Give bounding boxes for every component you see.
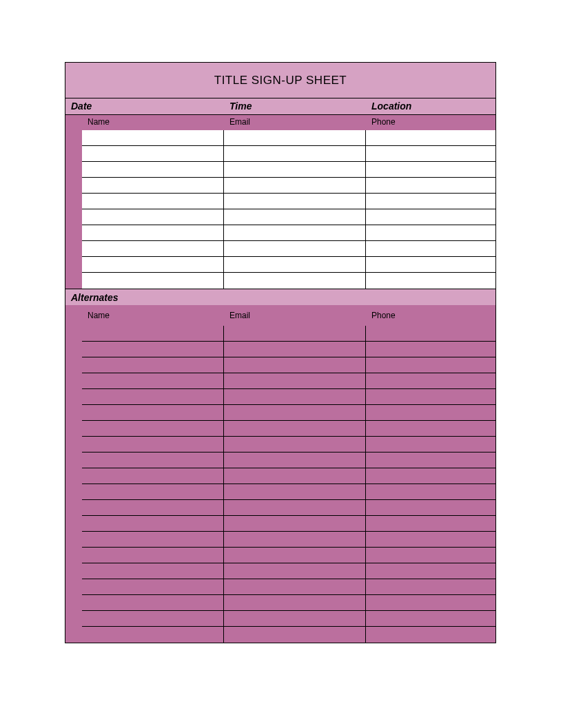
table-cell[interactable] (224, 468, 366, 483)
table-cell[interactable] (224, 342, 366, 357)
table-row[interactable] (82, 389, 495, 405)
table-cell[interactable] (366, 209, 495, 225)
table-row[interactable] (82, 405, 495, 421)
table-cell[interactable] (82, 595, 224, 610)
table-cell[interactable] (366, 563, 495, 579)
table-cell[interactable] (82, 453, 224, 468)
table-cell[interactable] (82, 241, 224, 256)
table-row[interactable] (82, 273, 495, 289)
table-cell[interactable] (366, 257, 495, 272)
table-row[interactable] (82, 579, 495, 595)
table-row[interactable] (82, 194, 495, 209)
table-row[interactable] (82, 225, 495, 241)
table-row[interactable] (82, 500, 495, 516)
table-cell[interactable] (82, 405, 224, 420)
table-row[interactable] (82, 209, 495, 225)
table-row[interactable] (82, 548, 495, 563)
table-cell[interactable] (82, 373, 224, 388)
table-cell[interactable] (82, 500, 224, 515)
table-cell[interactable] (366, 579, 495, 594)
table-row[interactable] (82, 162, 495, 178)
table-row[interactable] (82, 563, 495, 579)
table-cell[interactable] (82, 326, 224, 341)
table-cell[interactable] (224, 130, 366, 145)
table-cell[interactable] (82, 516, 224, 531)
table-cell[interactable] (366, 273, 495, 289)
table-cell[interactable] (224, 373, 366, 388)
table-row[interactable] (82, 532, 495, 548)
table-cell[interactable] (82, 146, 224, 161)
table-row[interactable] (82, 130, 495, 146)
table-cell[interactable] (366, 468, 495, 483)
table-cell[interactable] (82, 627, 224, 643)
table-row[interactable] (82, 484, 495, 500)
table-cell[interactable] (224, 209, 366, 225)
table-cell[interactable] (82, 209, 224, 225)
table-cell[interactable] (366, 484, 495, 499)
table-cell[interactable] (366, 548, 495, 563)
table-cell[interactable] (366, 342, 495, 357)
table-cell[interactable] (82, 194, 224, 209)
table-row[interactable] (82, 421, 495, 437)
table-cell[interactable] (224, 357, 366, 373)
table-cell[interactable] (366, 357, 495, 373)
table-cell[interactable] (224, 563, 366, 579)
table-cell[interactable] (224, 178, 366, 193)
table-cell[interactable] (366, 225, 495, 240)
table-cell[interactable] (224, 421, 366, 436)
table-row[interactable] (82, 257, 495, 273)
table-row[interactable] (82, 241, 495, 257)
table-cell[interactable] (366, 500, 495, 515)
table-cell[interactable] (366, 146, 495, 161)
table-cell[interactable] (82, 437, 224, 452)
table-cell[interactable] (82, 611, 224, 626)
table-cell[interactable] (224, 627, 366, 643)
table-row[interactable] (82, 611, 495, 627)
table-cell[interactable] (224, 405, 366, 420)
table-cell[interactable] (82, 579, 224, 594)
table-row[interactable] (82, 357, 495, 373)
table-cell[interactable] (224, 532, 366, 547)
table-cell[interactable] (366, 437, 495, 452)
table-cell[interactable] (366, 178, 495, 193)
table-cell[interactable] (366, 389, 495, 404)
table-cell[interactable] (82, 389, 224, 404)
table-cell[interactable] (366, 405, 495, 420)
table-cell[interactable] (82, 178, 224, 193)
table-row[interactable] (82, 326, 495, 342)
table-cell[interactable] (366, 627, 495, 643)
table-cell[interactable] (224, 548, 366, 563)
table-cell[interactable] (82, 273, 224, 289)
table-cell[interactable] (224, 241, 366, 256)
table-cell[interactable] (82, 342, 224, 357)
table-cell[interactable] (366, 326, 495, 341)
table-cell[interactable] (224, 453, 366, 468)
table-cell[interactable] (366, 595, 495, 610)
table-cell[interactable] (224, 146, 366, 161)
table-row[interactable] (82, 146, 495, 162)
table-row[interactable] (82, 342, 495, 357)
table-row[interactable] (82, 373, 495, 389)
table-cell[interactable] (224, 273, 366, 289)
table-cell[interactable] (366, 453, 495, 468)
table-row[interactable] (82, 437, 495, 453)
table-cell[interactable] (82, 130, 224, 145)
table-cell[interactable] (224, 516, 366, 531)
table-cell[interactable] (224, 500, 366, 515)
table-row[interactable] (82, 453, 495, 468)
table-cell[interactable] (366, 421, 495, 436)
table-cell[interactable] (224, 611, 366, 626)
table-cell[interactable] (224, 595, 366, 610)
table-cell[interactable] (224, 194, 366, 209)
table-cell[interactable] (224, 484, 366, 499)
table-row[interactable] (82, 178, 495, 194)
table-cell[interactable] (82, 257, 224, 272)
table-row[interactable] (82, 595, 495, 611)
table-cell[interactable] (224, 225, 366, 240)
table-cell[interactable] (366, 532, 495, 547)
table-cell[interactable] (224, 579, 366, 594)
table-cell[interactable] (366, 611, 495, 626)
table-cell[interactable] (82, 225, 224, 240)
table-cell[interactable] (224, 437, 366, 452)
table-cell[interactable] (82, 563, 224, 579)
